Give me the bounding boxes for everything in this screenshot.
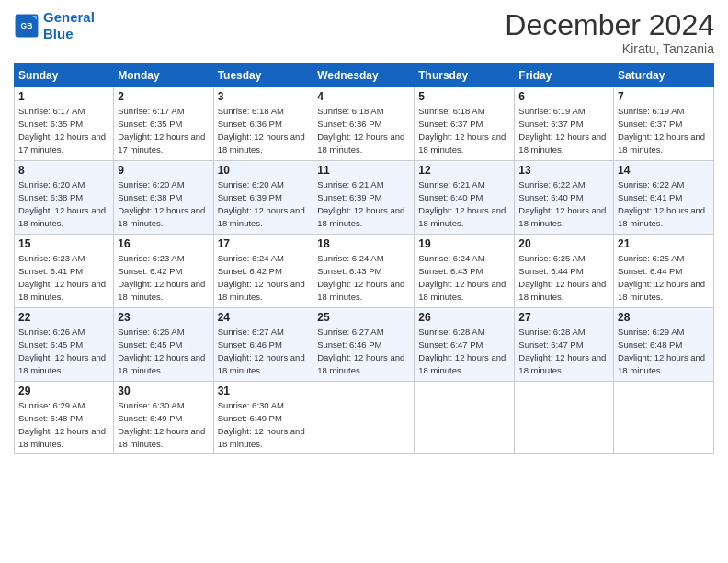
day-number: 30 (118, 385, 209, 397)
day-detail: Sunrise: 6:29 AMSunset: 6:48 PMDaylight:… (618, 327, 705, 374)
table-row: 13 Sunrise: 6:22 AMSunset: 6:40 PMDaylig… (515, 161, 614, 235)
day-number: 31 (218, 385, 310, 397)
table-row: 7 Sunrise: 6:19 AMSunset: 6:37 PMDayligh… (614, 87, 714, 161)
day-number: 15 (18, 237, 109, 250)
table-row: 24 Sunrise: 6:27 AMSunset: 6:46 PMDaylig… (213, 308, 313, 382)
day-detail: Sunrise: 6:25 AMSunset: 6:44 PMDaylight:… (518, 253, 606, 301)
day-number: 18 (317, 237, 410, 250)
table-row: 26 Sunrise: 6:28 AMSunset: 6:47 PMDaylig… (415, 308, 515, 382)
day-number: 14 (618, 164, 710, 177)
day-detail: Sunrise: 6:27 AMSunset: 6:46 PMDaylight:… (317, 327, 404, 374)
header: GB General Blue December 2024 Kiratu, Ta… (14, 9, 714, 56)
table-row (415, 382, 515, 454)
table-row (614, 382, 714, 454)
table-row: 11 Sunrise: 6:21 AMSunset: 6:39 PMDaylig… (313, 161, 415, 235)
day-number: 19 (418, 237, 510, 250)
table-row: 31 Sunrise: 6:30 AMSunset: 6:49 PMDaylig… (213, 382, 313, 454)
day-number: 17 (218, 237, 310, 250)
table-row: 12 Sunrise: 6:21 AMSunset: 6:40 PMDaylig… (415, 161, 515, 235)
calendar: Sunday Monday Tuesday Wednesday Thursday… (14, 63, 714, 454)
day-detail: Sunrise: 6:22 AMSunset: 6:41 PMDaylight:… (618, 179, 705, 227)
col-tuesday: Tuesday (213, 64, 313, 87)
col-thursday: Thursday (415, 64, 515, 87)
day-detail: Sunrise: 6:21 AMSunset: 6:40 PMDaylight:… (418, 179, 506, 227)
day-number: 24 (218, 311, 310, 324)
table-row: 19 Sunrise: 6:24 AMSunset: 6:43 PMDaylig… (415, 235, 515, 308)
table-row: 9 Sunrise: 6:20 AMSunset: 6:38 PMDayligh… (114, 161, 213, 235)
col-monday: Monday (114, 64, 213, 87)
logo-icon: GB (14, 13, 40, 39)
day-number: 13 (518, 164, 609, 177)
day-detail: Sunrise: 6:17 AMSunset: 6:35 PMDaylight:… (118, 106, 205, 154)
day-detail: Sunrise: 6:29 AMSunset: 6:48 PMDaylight:… (18, 400, 106, 448)
col-wednesday: Wednesday (313, 64, 415, 87)
table-row: 3 Sunrise: 6:18 AMSunset: 6:36 PMDayligh… (213, 87, 313, 161)
day-number: 20 (518, 237, 609, 250)
day-detail: Sunrise: 6:25 AMSunset: 6:44 PMDaylight:… (618, 253, 705, 301)
table-row: 23 Sunrise: 6:26 AMSunset: 6:45 PMDaylig… (114, 308, 213, 382)
table-row: 28 Sunrise: 6:29 AMSunset: 6:48 PMDaylig… (614, 308, 714, 382)
table-row: 15 Sunrise: 6:23 AMSunset: 6:41 PMDaylig… (15, 235, 114, 308)
day-number: 6 (518, 90, 609, 103)
table-row (515, 382, 614, 454)
table-row: 25 Sunrise: 6:27 AMSunset: 6:46 PMDaylig… (313, 308, 415, 382)
day-number: 16 (118, 237, 209, 250)
day-number: 3 (218, 90, 310, 103)
table-row: 8 Sunrise: 6:20 AMSunset: 6:38 PMDayligh… (15, 161, 114, 235)
day-detail: Sunrise: 6:30 AMSunset: 6:49 PMDaylight:… (118, 400, 205, 448)
day-detail: Sunrise: 6:20 AMSunset: 6:39 PMDaylight:… (218, 179, 305, 227)
svg-text:GB: GB (21, 21, 33, 30)
day-number: 29 (18, 385, 109, 397)
col-saturday: Saturday (614, 64, 714, 87)
day-number: 9 (118, 164, 209, 177)
table-row: 18 Sunrise: 6:24 AMSunset: 6:43 PMDaylig… (313, 235, 415, 308)
calendar-header-row: Sunday Monday Tuesday Wednesday Thursday… (15, 64, 714, 87)
day-detail: Sunrise: 6:22 AMSunset: 6:40 PMDaylight:… (518, 179, 606, 227)
day-detail: Sunrise: 6:24 AMSunset: 6:43 PMDaylight:… (418, 253, 506, 301)
day-number: 8 (18, 164, 109, 177)
location: Kiratu, Tanzania (505, 41, 714, 56)
day-detail: Sunrise: 6:24 AMSunset: 6:43 PMDaylight:… (317, 253, 404, 301)
col-sunday: Sunday (15, 64, 114, 87)
table-row: 14 Sunrise: 6:22 AMSunset: 6:41 PMDaylig… (614, 161, 714, 235)
day-number: 2 (118, 90, 209, 103)
day-detail: Sunrise: 6:20 AMSunset: 6:38 PMDaylight:… (118, 179, 205, 227)
day-number: 4 (317, 90, 410, 103)
day-number: 23 (118, 311, 209, 324)
table-row: 10 Sunrise: 6:20 AMSunset: 6:39 PMDaylig… (213, 161, 313, 235)
day-detail: Sunrise: 6:21 AMSunset: 6:39 PMDaylight:… (317, 179, 404, 227)
table-row: 6 Sunrise: 6:19 AMSunset: 6:37 PMDayligh… (515, 87, 614, 161)
day-detail: Sunrise: 6:27 AMSunset: 6:46 PMDaylight:… (218, 327, 305, 374)
day-number: 12 (418, 164, 510, 177)
table-row: 1 Sunrise: 6:17 AMSunset: 6:35 PMDayligh… (15, 87, 114, 161)
day-detail: Sunrise: 6:23 AMSunset: 6:41 PMDaylight:… (18, 253, 106, 301)
day-detail: Sunrise: 6:28 AMSunset: 6:47 PMDaylight:… (518, 327, 606, 374)
day-detail: Sunrise: 6:18 AMSunset: 6:37 PMDaylight:… (418, 106, 506, 154)
title-block: December 2024 Kiratu, Tanzania (505, 9, 714, 56)
day-number: 7 (618, 90, 710, 103)
day-detail: Sunrise: 6:26 AMSunset: 6:45 PMDaylight:… (118, 327, 205, 374)
day-detail: Sunrise: 6:19 AMSunset: 6:37 PMDaylight:… (518, 106, 606, 154)
day-number: 26 (418, 311, 510, 324)
day-number: 25 (317, 311, 410, 324)
day-detail: Sunrise: 6:26 AMSunset: 6:45 PMDaylight:… (18, 327, 106, 374)
month-title: December 2024 (505, 9, 714, 41)
day-number: 5 (418, 90, 510, 103)
table-row: 5 Sunrise: 6:18 AMSunset: 6:37 PMDayligh… (415, 87, 515, 161)
day-detail: Sunrise: 6:18 AMSunset: 6:36 PMDaylight:… (317, 106, 404, 154)
day-detail: Sunrise: 6:18 AMSunset: 6:36 PMDaylight:… (218, 106, 305, 154)
day-detail: Sunrise: 6:19 AMSunset: 6:37 PMDaylight:… (618, 106, 705, 154)
table-row: 4 Sunrise: 6:18 AMSunset: 6:36 PMDayligh… (313, 87, 415, 161)
day-detail: Sunrise: 6:24 AMSunset: 6:42 PMDaylight:… (218, 253, 305, 301)
table-row: 2 Sunrise: 6:17 AMSunset: 6:35 PMDayligh… (114, 87, 213, 161)
day-number: 22 (18, 311, 109, 324)
day-detail: Sunrise: 6:28 AMSunset: 6:47 PMDaylight:… (418, 327, 506, 374)
table-row: 30 Sunrise: 6:30 AMSunset: 6:49 PMDaylig… (114, 382, 213, 454)
table-row: 22 Sunrise: 6:26 AMSunset: 6:45 PMDaylig… (15, 308, 114, 382)
table-row: 27 Sunrise: 6:28 AMSunset: 6:47 PMDaylig… (515, 308, 614, 382)
day-number: 10 (218, 164, 310, 177)
logo: GB General Blue (14, 9, 95, 42)
table-row: 21 Sunrise: 6:25 AMSunset: 6:44 PMDaylig… (614, 235, 714, 308)
day-number: 11 (317, 164, 410, 177)
table-row: 16 Sunrise: 6:23 AMSunset: 6:42 PMDaylig… (114, 235, 213, 308)
